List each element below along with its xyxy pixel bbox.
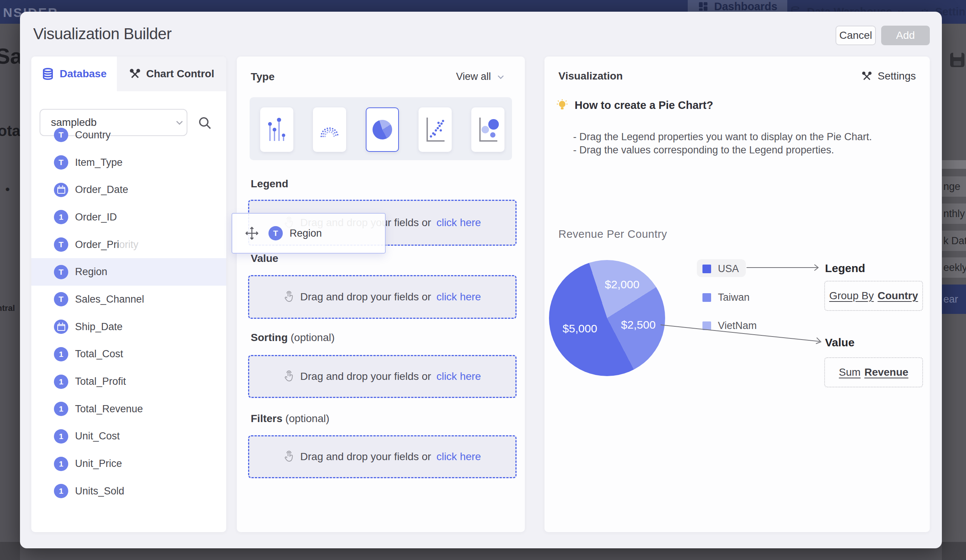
- bg-band: [942, 160, 966, 169]
- dropzone-text: Drag and drop your fields or: [300, 291, 431, 303]
- field-item-country[interactable]: TCountry: [31, 121, 226, 149]
- value-dropzone[interactable]: Drag and drop your fields or click here: [248, 275, 517, 319]
- nav-dashboards-label: Dashboards: [714, 0, 777, 13]
- field-list: TCountry TItem_Type Order_Date 1Order_ID…: [31, 121, 226, 505]
- chevron-down-icon: [496, 72, 505, 82]
- database-icon: [41, 67, 54, 80]
- chart-type-scatter[interactable]: [419, 107, 452, 152]
- pie-chart[interactable]: [549, 260, 665, 376]
- kebab-menu-icon[interactable]: ⋮: [200, 532, 211, 532]
- field-item-unit-price[interactable]: 1Unit_Price: [31, 450, 226, 478]
- scatter-chart-icon: [424, 115, 447, 145]
- sum-box[interactable]: Sum Revenue: [824, 357, 923, 387]
- chart-type-bubble[interactable]: [472, 107, 504, 152]
- table-row-sale-records[interactable]: ▶ sale_records ⋮: [31, 527, 226, 532]
- field-item-ship-date[interactable]: Ship_Date: [31, 313, 226, 341]
- bg-row-weekdate: k Date: [942, 231, 966, 251]
- field-item-total-revenue[interactable]: 1Total_Revenue: [31, 395, 226, 423]
- field-item-order-id[interactable]: 1Order_ID: [31, 203, 226, 231]
- bg-row-monthly: nthly: [942, 203, 966, 224]
- legend-item-usa[interactable]: USA: [702, 263, 739, 275]
- tab-chart-control-label: Chart Control: [146, 68, 214, 80]
- tip-line-2: - Drag the values corresponding to the L…: [573, 144, 834, 156]
- bg-text-sale: Sale: [0, 43, 20, 69]
- bg-text-ntral: ntral: [0, 303, 15, 313]
- dimmed-background-left: Sale ota • ntral: [0, 24, 20, 542]
- tab-chart-control[interactable]: Chart Control: [117, 57, 226, 91]
- bg-row-weekly: eekly: [942, 257, 966, 278]
- dropzone-click-here[interactable]: click here: [436, 451, 481, 463]
- footer-right: [942, 542, 966, 560]
- view-all-button[interactable]: View all: [456, 71, 505, 82]
- legend-annotation-arrow: [747, 263, 822, 272]
- bg-bullet: •: [5, 182, 10, 197]
- field-item-order-date[interactable]: Order_Date: [31, 176, 226, 203]
- pie-slice-value: $2,500: [621, 318, 656, 331]
- field-item-unit-cost[interactable]: 1Unit_Cost: [31, 423, 226, 450]
- legend-swatch: [702, 265, 711, 273]
- settings-button[interactable]: Settings: [861, 70, 916, 82]
- date-field-icon: [54, 319, 68, 334]
- field-item-sales-channel[interactable]: TSales_Channel: [31, 286, 226, 313]
- dimmed-background-right: nge nthly k Date eekly ear: [942, 24, 966, 542]
- value-annotation-label: Value: [825, 336, 854, 349]
- filters-section-header: Filters (optional): [251, 413, 330, 425]
- dropzone-click-here[interactable]: click here: [436, 370, 481, 383]
- text-field-icon: T: [54, 155, 68, 170]
- tip-title: How to create a Pie Chart?: [556, 99, 713, 111]
- field-item-total-profit[interactable]: 1Total_Profit: [31, 368, 226, 395]
- legend-annotation-label: Legend: [825, 262, 865, 275]
- number-field-icon: 1: [54, 347, 68, 362]
- tap-icon: [284, 370, 295, 383]
- tap-icon: [284, 290, 295, 304]
- chart-type-arc[interactable]: [313, 107, 346, 152]
- value-section-header: Value: [251, 252, 278, 265]
- sorting-dropzone[interactable]: Drag and drop your fields or click here: [248, 355, 517, 398]
- tab-database[interactable]: Database: [31, 57, 117, 91]
- chart-type-lollipop[interactable]: [260, 107, 293, 152]
- field-item-order-priority[interactable]: TOrder_Priority: [31, 231, 226, 259]
- field-item-item-type[interactable]: TItem_Type: [31, 149, 226, 176]
- number-field-icon: 1: [54, 457, 68, 471]
- bg-text-ota: ota: [0, 123, 20, 139]
- dropzone-text: Drag and drop your fields or: [300, 370, 431, 383]
- date-field-icon: [54, 183, 68, 197]
- tab-database-label: Database: [59, 68, 107, 80]
- text-field-icon: T: [54, 265, 68, 279]
- chart-type-pie[interactable]: [366, 107, 399, 152]
- group-by-box[interactable]: Group By Country: [824, 281, 923, 311]
- dashboard-grid-icon: [698, 1, 709, 12]
- filters-dropzone[interactable]: Drag and drop your fields or click here: [248, 435, 517, 478]
- number-field-icon: 1: [54, 210, 68, 224]
- drag-ghost-region[interactable]: T Region: [232, 213, 386, 254]
- tip-line-1: - Drag the Legend properties you want to…: [573, 131, 872, 143]
- pie-slice-value: $2,000: [605, 278, 639, 291]
- database-panel: Database Chart Control TCountry TItem_Ty…: [31, 57, 226, 532]
- legend-swatch: [702, 293, 711, 302]
- builder-panel: Type View all Legend Drag an: [237, 57, 525, 532]
- sorting-section-header: Sorting (optional): [251, 332, 335, 344]
- type-header: Type: [251, 71, 274, 83]
- add-button[interactable]: Add: [881, 26, 930, 45]
- visualization-panel: Visualization Settings How to create a P…: [544, 57, 930, 532]
- modal-title: Visualization Builder: [33, 25, 172, 43]
- field-item-region[interactable]: TRegion: [31, 258, 226, 286]
- field-item-total-cost[interactable]: 1Total_Cost: [31, 341, 226, 368]
- visualization-builder-modal: Visualization Builder Cancel Add Databas…: [20, 11, 942, 549]
- chart-type-strip: [250, 97, 512, 160]
- dropzone-click-here[interactable]: click here: [436, 217, 481, 229]
- chart-title: Revenue Per Country: [559, 228, 667, 241]
- legend-item-taiwan[interactable]: Taiwan: [702, 291, 749, 303]
- dropzone-click-here[interactable]: click here: [436, 291, 481, 303]
- pie-slice-value: $5,000: [563, 322, 597, 335]
- number-field-icon: 1: [54, 375, 68, 389]
- number-field-icon: 1: [54, 429, 68, 444]
- pie-chart-icon: [373, 120, 392, 139]
- save-icon: [950, 53, 964, 67]
- value-annotation-arrow: [660, 320, 826, 347]
- cancel-button[interactable]: Cancel: [836, 26, 876, 45]
- number-field-icon: 1: [54, 402, 68, 416]
- bg-row-range: nge: [942, 176, 966, 197]
- move-icon: [243, 225, 260, 242]
- field-item-units-sold[interactable]: 1Units_Sold: [31, 478, 226, 505]
